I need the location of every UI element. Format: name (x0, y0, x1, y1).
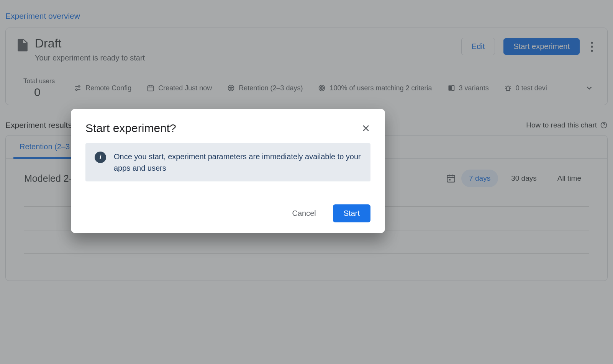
dialog-title: Start experiment? (85, 122, 176, 135)
start-experiment-dialog: Start experiment? i Once you start, expe… (71, 109, 385, 233)
info-icon: i (95, 152, 106, 163)
dialog-cancel-button[interactable]: Cancel (281, 204, 326, 222)
close-icon (361, 124, 370, 133)
dialog-info-banner: i Once you start, experiment parameters … (85, 143, 370, 181)
dialog-start-button[interactable]: Start (333, 204, 370, 222)
dialog-info-text: Once you start, experiment parameters ar… (114, 151, 361, 174)
dialog-close-button[interactable] (361, 124, 370, 133)
